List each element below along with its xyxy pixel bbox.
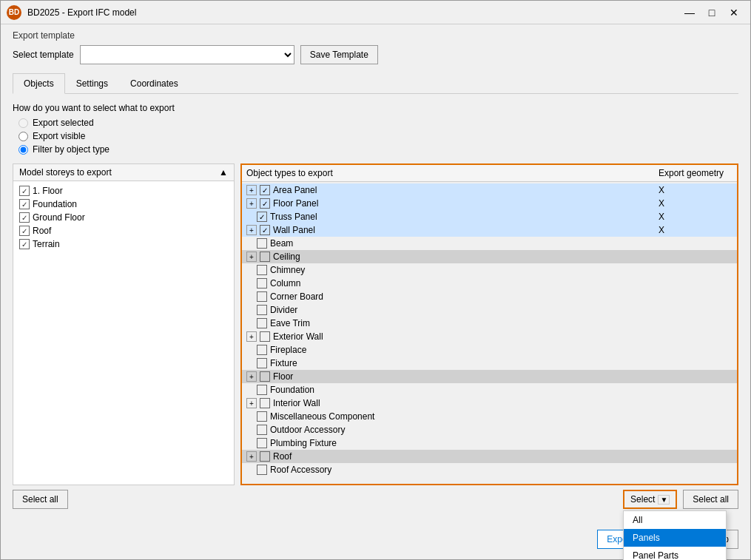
obj-chimney[interactable]: Chimney [242,263,737,277]
obj-wall-panel[interactable]: + Wall Panel X [242,223,737,237]
close-button[interactable]: ✕ [724,4,744,21]
obj-fixture[interactable]: Fixture [242,357,737,370]
storey-ground-floor-checkbox[interactable] [19,212,30,223]
select-all-storeys-button[interactable]: Select all [13,490,68,509]
radio-export-selected[interactable]: Export selected [18,118,738,128]
window-controls: — □ ✕ [679,4,744,21]
cb-floor-panel[interactable] [260,198,270,209]
cb-outdoor-accessory[interactable] [257,425,267,435]
radio-filter-object-type[interactable]: Filter by object type [18,144,738,155]
obj-outdoor-accessory[interactable]: Outdoor Accessory [242,423,737,436]
app-icon: BD [7,5,21,20]
object-types-header: Object types to export Export geometry [242,165,737,182]
obj-floor-group[interactable]: + Floor [242,370,737,383]
col-object-types: Object types to export [246,168,659,178]
select-button-wrapper: Select ▼ All Panels Panel Parts All Exce… [623,490,677,509]
objects-tab-content: How do you want to select what to export… [13,103,738,509]
obj-area-panel[interactable]: + Area Panel X [242,183,737,197]
cb-chimney[interactable] [257,265,267,275]
tab-coordinates[interactable]: Coordinates [119,73,189,93]
export-question: How do you want to select what to export [13,103,738,113]
radio-selected-input[interactable] [18,118,28,128]
section-label: Export template [13,30,738,41]
panels-row: Model storeys to export ▲ 1. Floor Found… [13,163,738,485]
expand-floor-panel[interactable]: + [246,198,257,209]
radio-export-visible[interactable]: Export visible [18,131,738,141]
tab-objects[interactable]: Objects [13,73,65,94]
cb-corner-board[interactable] [257,291,267,302]
obj-truss-panel[interactable]: Truss Panel X [242,210,737,223]
storey-terrain[interactable]: Terrain [16,237,231,251]
maximize-button[interactable]: □ [701,4,722,21]
cb-misc-component[interactable] [257,411,267,422]
left-buttons: Select all [13,490,68,509]
expand-area-panel[interactable]: + [246,185,257,195]
radio-filter-input[interactable] [18,145,28,155]
obj-eave-trim[interactable]: Eave Trim [242,317,737,330]
storey-terrain-checkbox[interactable] [19,239,30,249]
storey-foundation[interactable]: Foundation [16,198,231,211]
cb-floor-group[interactable] [260,371,270,382]
storey-1-floor-checkbox[interactable] [19,186,30,196]
cb-interior-wall[interactable] [260,398,270,408]
obj-beam[interactable]: Beam [242,237,737,250]
obj-divider[interactable]: Divider [242,303,737,317]
obj-column[interactable]: Column [242,277,737,290]
tabs-container: Objects Settings Coordinates [13,73,738,94]
dropdown-panels[interactable]: Panels [624,529,726,547]
storey-roof-checkbox[interactable] [19,226,30,236]
cb-plumbing-fixture[interactable] [257,438,267,448]
expand-exterior-wall[interactable]: + [246,331,257,342]
select-all-objects-button[interactable]: Select all [683,490,738,509]
storey-1-floor[interactable]: 1. Floor [16,184,231,198]
cb-eave-trim[interactable] [257,318,267,328]
cb-area-panel[interactable] [260,185,270,195]
obj-foundation[interactable]: Foundation [242,383,737,397]
dropdown-all[interactable]: All [624,511,726,529]
object-types-panel-wrapper: Object types to export Export geometry +… [240,163,738,485]
cb-wall-panel[interactable] [260,225,270,235]
storey-roof[interactable]: Roof [16,224,231,237]
storey-foundation-checkbox[interactable] [19,199,30,209]
expand-wall-panel[interactable]: + [246,225,257,235]
titlebar: BD BD2025 - Export IFC model — □ ✕ [1,1,750,24]
obj-fireplace[interactable]: Fireplace [242,343,737,357]
obj-roof-group[interactable]: + Roof [242,450,737,463]
right-buttons: Select ▼ All Panels Panel Parts All Exce… [623,490,738,509]
cb-column[interactable] [257,278,267,289]
template-dropdown[interactable] [80,45,294,64]
obj-plumbing-fixture[interactable]: Plumbing Fixture [242,436,737,450]
cb-roof-accessory[interactable] [257,465,267,475]
obj-ceiling[interactable]: + Ceiling [242,250,737,263]
cb-truss-panel[interactable] [257,212,267,222]
obj-misc-component[interactable]: Miscellaneous Component [242,410,737,423]
select-button[interactable]: Select ▼ [623,490,677,509]
cb-fireplace[interactable] [257,345,267,355]
expand-ceiling[interactable]: + [246,252,257,262]
obj-exterior-wall[interactable]: + Exterior Wall [242,330,737,343]
dropdown-panel-parts[interactable]: Panel Parts [624,547,726,560]
cb-foundation[interactable] [257,385,267,395]
cb-fixture[interactable] [257,358,267,368]
object-types-body[interactable]: + Area Panel X + Floor Panel X [242,182,737,475]
tab-settings[interactable]: Settings [65,73,119,93]
cb-ceiling[interactable] [260,252,270,262]
expand-roof[interactable]: + [246,451,257,462]
expand-interior-wall[interactable]: + [246,398,257,408]
cb-divider[interactable] [257,305,267,315]
minimize-button[interactable]: — [679,4,700,21]
storey-ground-floor[interactable]: Ground Floor [16,211,231,224]
obj-corner-board[interactable]: Corner Board [242,290,737,303]
obj-interior-wall[interactable]: + Interior Wall [242,397,737,410]
radio-visible-input[interactable] [18,132,28,141]
expand-floor[interactable]: + [246,371,257,382]
cb-beam[interactable] [257,238,267,249]
cb-roof-group[interactable] [260,451,270,462]
model-storeys-panel: Model storeys to export ▲ 1. Floor Found… [13,163,235,485]
obj-roof-accessory[interactable]: Roof Accessory [242,463,737,475]
obj-floor-panel[interactable]: + Floor Panel X [242,197,737,210]
save-template-button[interactable]: Save Template [300,45,378,64]
cb-exterior-wall[interactable] [260,331,270,342]
template-row: Select template Save Template [13,45,738,64]
model-storeys-body: 1. Floor Foundation Ground Floor Ro [13,181,234,485]
